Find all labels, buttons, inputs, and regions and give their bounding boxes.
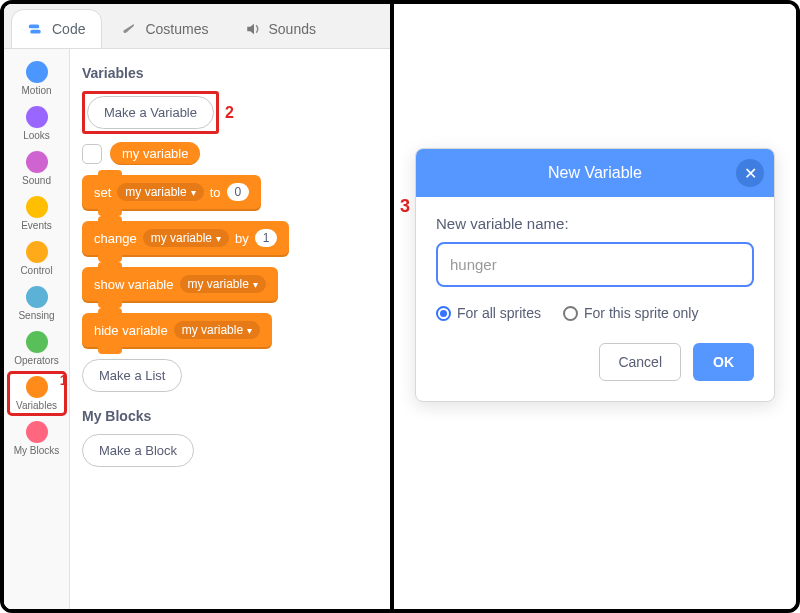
category-events[interactable]: Events — [8, 192, 66, 235]
scope-all-sprites[interactable]: For all sprites — [436, 305, 541, 321]
variable-menu[interactable]: my variable — [174, 321, 260, 339]
category-label: Sound — [22, 175, 51, 186]
category-column: MotionLooksSoundEventsControlSensingOper… — [4, 49, 70, 609]
variable-menu[interactable]: my variable — [180, 275, 266, 293]
category-label: Looks — [23, 130, 50, 141]
variable-menu[interactable]: my variable — [143, 229, 229, 247]
radio-icon — [563, 306, 578, 321]
variable-menu[interactable]: my variable — [117, 183, 203, 201]
block-text: to — [210, 185, 221, 200]
dialog-title: New Variable — [548, 164, 642, 182]
set-variable-block[interactable]: set my variable to 0 — [82, 175, 261, 211]
category-label: Motion — [21, 85, 51, 96]
block-text: by — [235, 231, 249, 246]
tab-sounds[interactable]: Sounds — [229, 10, 332, 48]
close-icon[interactable]: ✕ — [736, 159, 764, 187]
block-palette: Variables Make a Variable my variable se… — [70, 49, 390, 609]
section-title-variables: Variables — [82, 65, 378, 81]
category-color-dot — [26, 331, 48, 353]
new-variable-dialog: New Variable ✕ New variable name: For al… — [415, 148, 775, 402]
annotation-3: 3 — [400, 196, 410, 217]
category-color-dot — [26, 241, 48, 263]
category-label: Events — [21, 220, 52, 231]
editor-body: MotionLooksSoundEventsControlSensingOper… — [4, 48, 390, 609]
make-block-button[interactable]: Make a Block — [82, 434, 194, 467]
radio-label: For this sprite only — [584, 305, 698, 321]
show-variable-block[interactable]: show variable my variable — [82, 267, 278, 303]
block-text: show variable — [94, 277, 174, 292]
category-color-dot — [26, 421, 48, 443]
category-looks[interactable]: Looks — [8, 102, 66, 145]
category-color-dot — [26, 61, 48, 83]
tab-code[interactable]: Code — [12, 10, 101, 48]
editor-tabs: Code Costumes Sounds — [4, 4, 390, 48]
brush-icon — [121, 22, 139, 36]
dialog-header: New Variable ✕ — [416, 149, 774, 197]
category-color-dot — [26, 196, 48, 218]
change-variable-block[interactable]: change my variable by 1 — [82, 221, 289, 257]
category-color-dot — [26, 106, 48, 128]
cancel-button[interactable]: Cancel — [599, 343, 681, 381]
variable-name-input[interactable] — [436, 242, 754, 287]
variable-reporter-block[interactable]: my variable — [110, 142, 200, 165]
section-title-myblocks: My Blocks — [82, 408, 378, 424]
svg-rect-1 — [30, 30, 41, 34]
make-list-button[interactable]: Make a List — [82, 359, 182, 392]
sound-icon — [245, 22, 263, 36]
category-motion[interactable]: Motion — [8, 57, 66, 100]
category-label: Variables — [16, 400, 57, 411]
make-variable-button[interactable]: Make a Variable — [87, 96, 214, 129]
tab-label: Costumes — [145, 21, 208, 37]
category-color-dot — [26, 286, 48, 308]
app-frame: Code Costumes Sounds MotionLooksSoundEve… — [0, 0, 800, 613]
category-color-dot — [26, 376, 48, 398]
scope-this-sprite[interactable]: For this sprite only — [563, 305, 698, 321]
editor-left-pane: Code Costumes Sounds MotionLooksSoundEve… — [4, 4, 394, 609]
tab-costumes[interactable]: Costumes — [105, 10, 224, 48]
hide-variable-block[interactable]: hide variable my variable — [82, 313, 272, 349]
category-operators[interactable]: Operators — [8, 327, 66, 370]
scope-radio-group: For all sprites For this sprite only — [436, 305, 754, 321]
category-myblocks[interactable]: My Blocks — [8, 417, 66, 460]
number-input[interactable]: 0 — [227, 183, 250, 201]
tab-label: Code — [52, 21, 85, 37]
category-control[interactable]: Control — [8, 237, 66, 280]
block-text: change — [94, 231, 137, 246]
category-sensing[interactable]: Sensing — [8, 282, 66, 325]
right-pane: 3 New Variable ✕ New variable name: For … — [394, 4, 796, 609]
svg-rect-0 — [29, 25, 40, 29]
category-label: Operators — [14, 355, 58, 366]
number-input[interactable]: 1 — [255, 229, 278, 247]
category-sound[interactable]: Sound — [8, 147, 66, 190]
dialog-actions: Cancel OK — [436, 343, 754, 381]
dialog-body: New variable name: For all sprites For t… — [416, 197, 774, 401]
category-label: Control — [20, 265, 52, 276]
radio-icon — [436, 306, 451, 321]
radio-label: For all sprites — [457, 305, 541, 321]
category-color-dot — [26, 151, 48, 173]
category-label: Sensing — [18, 310, 54, 321]
block-text: set — [94, 185, 111, 200]
block-text: hide variable — [94, 323, 168, 338]
variable-row: my variable — [82, 142, 378, 165]
variable-visibility-checkbox[interactable] — [82, 144, 102, 164]
category-label: My Blocks — [14, 445, 60, 456]
tab-label: Sounds — [269, 21, 316, 37]
ok-button[interactable]: OK — [693, 343, 754, 381]
dialog-field-label: New variable name: — [436, 215, 754, 232]
code-icon — [28, 22, 46, 36]
category-variables[interactable]: Variables — [8, 372, 66, 415]
highlight-make-variable: Make a Variable — [82, 91, 219, 134]
